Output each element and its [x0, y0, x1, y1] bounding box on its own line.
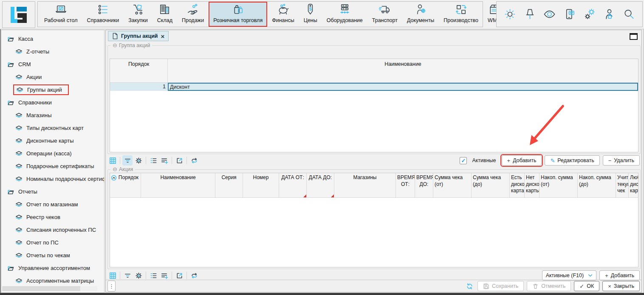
- column-header[interactable]: Накоп. сумма (до): [578, 173, 616, 197]
- search-icon[interactable]: [622, 8, 636, 21]
- edit-button[interactable]: ✎ Редактировать: [545, 155, 599, 166]
- menu-item[interactable]: Справочники: [82, 2, 124, 27]
- column-header-name[interactable]: Наименование: [168, 59, 638, 82]
- add-button[interactable]: + Добавить: [502, 155, 542, 166]
- tree-item[interactable]: Типы дисконтных карт: [1, 121, 104, 134]
- sun-icon[interactable]: [503, 8, 517, 21]
- close-button[interactable]: × Закрыть: [602, 281, 640, 291]
- filter-icon[interactable]: [122, 270, 133, 281]
- menu-item[interactable]: Склад: [153, 2, 177, 27]
- tree-item[interactable]: Группы акций: [1, 83, 104, 96]
- column-header[interactable]: Сумма чека (от): [433, 173, 472, 197]
- column-header[interactable]: Есть дисконтная карта: [510, 173, 525, 197]
- column-header[interactable]: Номер: [243, 173, 279, 197]
- ok-button[interactable]: ✓ ОК: [574, 281, 599, 291]
- delete-button[interactable]: − Удалить: [603, 155, 640, 166]
- active-checkbox[interactable]: ✓: [460, 157, 467, 164]
- scrollbar-thumb[interactable]: [2, 286, 80, 291]
- add-action-button[interactable]: + Добавить: [599, 270, 640, 281]
- reload-icon[interactable]: [189, 155, 199, 166]
- filter-dropdown[interactable]: Активные (F10): [542, 270, 596, 281]
- gear-icon[interactable]: [133, 270, 144, 281]
- user-lock-icon[interactable]: [603, 8, 616, 21]
- column-header[interactable]: Любая дисконтная карта: [629, 173, 638, 197]
- column-header[interactable]: Сумма чека (до): [472, 173, 510, 197]
- pin-icon[interactable]: [523, 8, 537, 21]
- cell-name-selected[interactable]: Дисконт: [168, 83, 638, 91]
- maximize-icon[interactable]: [630, 33, 638, 40]
- settings-gears-icon[interactable]: [583, 8, 596, 21]
- sort-ascending-icon[interactable]: [111, 175, 117, 183]
- tree-item[interactable]: Списания испорченных ПС: [1, 223, 104, 236]
- tab-close-icon[interactable]: ×: [161, 33, 165, 39]
- tree-item[interactable]: CRM: [1, 58, 104, 70]
- table-grid-icon[interactable]: [107, 270, 118, 281]
- tree-item[interactable]: Отчет по магазинам: [1, 198, 104, 211]
- messages-icon[interactable]: [563, 8, 576, 21]
- tree-item[interactable]: Акции: [1, 70, 104, 83]
- column-header[interactable]: ВРЕМЯ ДО:: [415, 173, 433, 197]
- menu-item[interactable]: $Цены: [299, 2, 322, 27]
- tree-item[interactable]: Отчеты по чекам: [1, 249, 104, 261]
- tree-item-label: Отчет по магазинам: [26, 201, 78, 208]
- column-header[interactable]: Наименование: [141, 173, 215, 197]
- tree-item[interactable]: Реестр чеков: [1, 211, 104, 223]
- menu-item[interactable]: Продажи: [177, 2, 209, 27]
- column-header[interactable]: Накоп. сумма (от): [539, 173, 578, 197]
- collapse-icon[interactable]: ⊖: [113, 166, 117, 172]
- refresh-button[interactable]: [464, 281, 475, 291]
- numbered-list-icon[interactable]: [148, 270, 158, 281]
- collapse-icon[interactable]: ⊖: [113, 42, 117, 48]
- tab-promo-groups[interactable]: Группы акций ×: [108, 31, 169, 41]
- gear-icon[interactable]: [133, 155, 144, 166]
- tree-item[interactable]: Касса: [1, 32, 104, 45]
- column-header-order[interactable]: Порядок: [110, 59, 168, 82]
- menu-item[interactable]: Оборудование: [322, 2, 367, 27]
- tree-item[interactable]: Номиналы подарочных сертифи: [1, 172, 104, 185]
- eye-icon[interactable]: [543, 8, 556, 21]
- sidebar-horizontal-scrollbar[interactable]: [2, 286, 97, 291]
- main-panel: Группы акций × ⊖ Группа акций Порядок На…: [105, 30, 642, 292]
- column-header[interactable]: ДАТА ДО:: [307, 173, 334, 197]
- column-header[interactable]: Серия: [215, 173, 243, 197]
- menu-item[interactable]: Финансы: [267, 2, 299, 27]
- menu-item[interactable]: Закупки: [124, 2, 153, 27]
- menu-item-label: Финансы: [272, 17, 294, 23]
- menu-item[interactable]: Рабочий стол: [40, 2, 82, 27]
- menu-item[interactable]: Документы: [402, 2, 439, 27]
- open-external-icon[interactable]: [174, 270, 184, 281]
- table-row[interactable]: 1 Дисконт: [110, 83, 638, 91]
- tree-item[interactable]: Ассортиментные матрицы: [1, 274, 104, 287]
- tree-item[interactable]: Управление ассортиментом: [1, 261, 104, 274]
- menu-item[interactable]: Транспорт: [367, 2, 402, 27]
- tree-item[interactable]: Операции (касса): [1, 147, 104, 160]
- add-list-icon[interactable]: [159, 270, 169, 281]
- save-button[interactable]: Сохранить: [477, 281, 524, 291]
- folder-icon: [7, 264, 14, 272]
- column-header[interactable]: Порядок: [110, 173, 141, 197]
- column-header[interactable]: ВРЕМЯ ОТ:: [396, 173, 415, 197]
- cancel-button[interactable]: Отменить: [527, 281, 571, 291]
- menu-item[interactable]: Производство: [439, 2, 483, 27]
- column-header[interactable]: Учитывать текущий чек: [616, 173, 629, 197]
- add-list-icon[interactable]: [159, 155, 169, 166]
- tree-item[interactable]: Z-отчеты: [1, 45, 104, 58]
- tree-item[interactable]: Отчеты: [1, 185, 104, 198]
- tree-item[interactable]: Магазины: [1, 109, 104, 121]
- column-header[interactable]: Магазины: [334, 173, 396, 197]
- menu-item[interactable]: Розничная торговля: [209, 2, 267, 27]
- column-header[interactable]: Нет дисконтной карты: [525, 173, 539, 197]
- tree-item[interactable]: Справочники: [1, 96, 104, 109]
- column-header[interactable]: ДАТА ОТ:: [279, 173, 307, 197]
- cell-order[interactable]: 1: [110, 83, 168, 91]
- reload-icon[interactable]: [189, 270, 199, 281]
- table-grid-icon[interactable]: [107, 155, 118, 166]
- open-external-icon[interactable]: [174, 155, 184, 166]
- tree-item[interactable]: Подарочные сертификаты: [1, 160, 104, 172]
- tree-item[interactable]: Дисконтные карты: [1, 134, 104, 147]
- tree-item[interactable]: Отчет по ПС: [1, 236, 104, 249]
- filter-icon[interactable]: [122, 155, 133, 166]
- overflow-menu-button[interactable]: ⋮: [107, 281, 116, 292]
- numbered-list-icon[interactable]: [148, 155, 158, 166]
- app-logo[interactable]: [2, 1, 35, 28]
